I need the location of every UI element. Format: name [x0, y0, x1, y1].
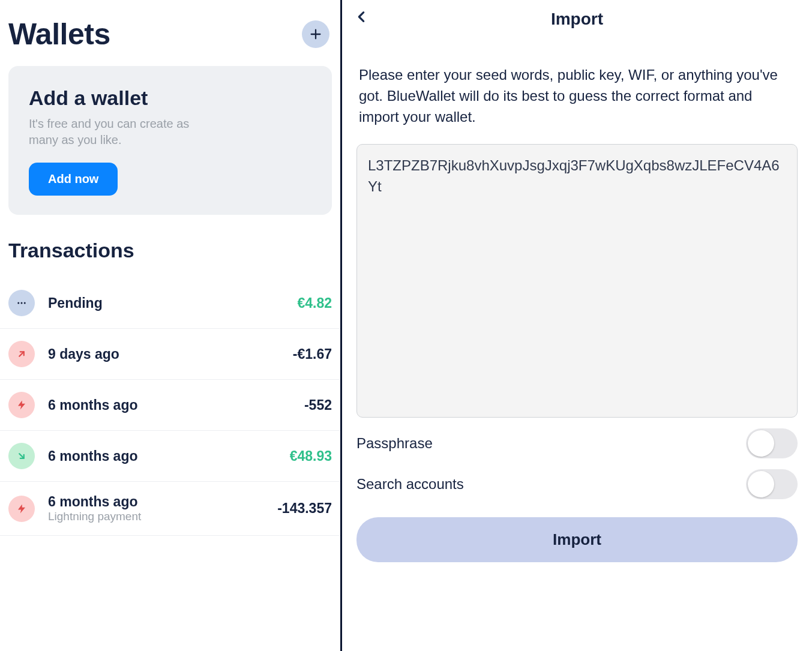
svg-point-2	[17, 302, 19, 304]
chevron-left-icon	[355, 7, 368, 27]
transaction-amount: -€1.67	[293, 346, 332, 362]
transaction-row[interactable]: Pending €4.82	[0, 278, 340, 329]
add-wallet-subtitle: It's free and you can create as many as …	[29, 116, 197, 148]
passphrase-row: Passphrase	[342, 418, 812, 458]
add-wallet-icon-button[interactable]	[302, 20, 329, 48]
transaction-label: Pending	[48, 295, 284, 311]
import-title: Import	[342, 10, 812, 29]
seed-input[interactable]	[356, 144, 798, 418]
svg-point-4	[24, 302, 26, 304]
transaction-amount: -143.357	[277, 500, 332, 517]
bolt-icon	[8, 496, 35, 522]
plus-icon	[309, 28, 322, 41]
transaction-sublabel: Lightning payment	[48, 510, 264, 523]
passphrase-toggle[interactable]	[746, 428, 798, 458]
wallets-pane: Wallets Add a wallet It's free and you c…	[0, 0, 342, 651]
transaction-label: 6 months ago	[48, 397, 291, 413]
page-title: Wallets	[8, 17, 110, 52]
transaction-amount: -552	[304, 397, 332, 413]
arrow-in-icon	[8, 443, 35, 469]
search-accounts-row: Search accounts	[342, 458, 812, 499]
add-wallet-title: Add a wallet	[29, 86, 311, 110]
wallets-header: Wallets	[0, 6, 340, 66]
add-now-button[interactable]: Add now	[29, 163, 118, 196]
import-header: Import	[342, 0, 812, 35]
back-button[interactable]	[349, 5, 373, 29]
transaction-row[interactable]: 9 days ago -€1.67	[0, 329, 340, 380]
import-button[interactable]: Import	[356, 517, 798, 562]
add-wallet-card: Add a wallet It's free and you can creat…	[8, 66, 332, 215]
search-accounts-toggle[interactable]	[746, 469, 798, 499]
transaction-label: 6 months ago	[48, 448, 277, 464]
bolt-icon	[8, 392, 35, 418]
pending-icon	[8, 290, 35, 316]
transaction-row[interactable]: 6 months ago Lightning payment -143.357	[0, 482, 340, 536]
arrow-out-icon	[8, 341, 35, 367]
transactions-title: Transactions	[0, 239, 340, 278]
svg-point-3	[21, 302, 23, 304]
transaction-label: 9 days ago	[48, 346, 280, 362]
transaction-label: 6 months ago	[48, 494, 264, 510]
transaction-amount: €48.93	[290, 448, 332, 464]
import-pane: Import Please enter your seed words, pub…	[342, 0, 812, 651]
search-accounts-label: Search accounts	[356, 476, 464, 493]
passphrase-label: Passphrase	[356, 435, 433, 452]
transactions-list: Pending €4.82 9 days ago -€1.67	[0, 278, 340, 536]
transaction-row[interactable]: 6 months ago €48.93	[0, 431, 340, 482]
transaction-row[interactable]: 6 months ago -552	[0, 380, 340, 431]
transaction-amount: €4.82	[297, 295, 332, 311]
import-description: Please enter your seed words, public key…	[342, 35, 812, 144]
